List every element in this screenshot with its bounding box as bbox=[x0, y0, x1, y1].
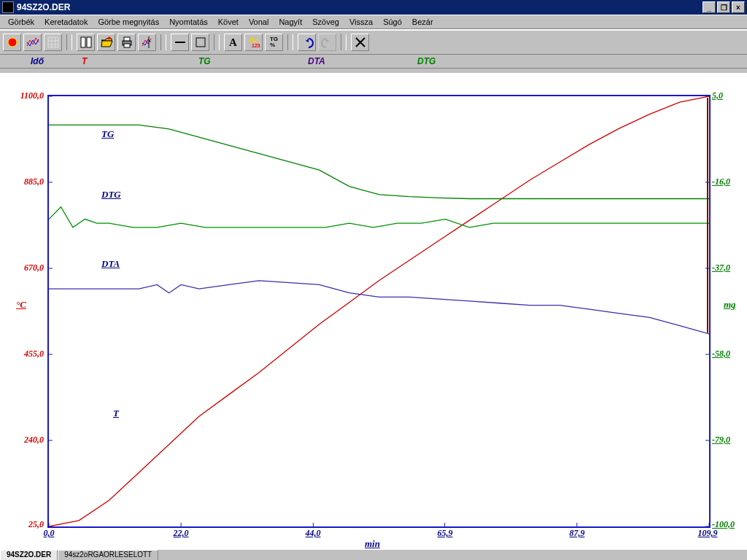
menu-gorbe-megnyitas[interactable]: Görbe megnyitás bbox=[93, 17, 164, 27]
svg-rect-3 bbox=[87, 37, 91, 47]
menu-bezar[interactable]: Bezár bbox=[407, 17, 438, 27]
grid-button[interactable] bbox=[44, 34, 62, 51]
xtick-3: 65,9 bbox=[427, 528, 463, 539]
header-tg: TG bbox=[198, 56, 308, 66]
title-bar: 94SZ2O.DER _ ❐ × bbox=[0, 0, 747, 15]
menu-nagyit[interactable]: Nagyít bbox=[274, 17, 307, 27]
ytick-right-1: -16,0 bbox=[712, 176, 747, 187]
menu-gorbek[interactable]: Görbék bbox=[3, 17, 39, 27]
print-button[interactable] bbox=[117, 34, 136, 51]
line-button[interactable] bbox=[171, 34, 189, 51]
plot-area: TG DTG DTA T 1100,0 885,0 670,0 455,0 24… bbox=[0, 73, 747, 550]
xlabel: min bbox=[365, 538, 380, 550]
open-button[interactable] bbox=[97, 34, 115, 51]
menu-vissza[interactable]: Vissza bbox=[344, 17, 378, 27]
ytick-left-0: 1100,0 bbox=[4, 90, 44, 101]
ylabel-left: °C bbox=[16, 299, 26, 311]
header-ido: Idő bbox=[0, 56, 82, 66]
menu-vonal[interactable]: Vonal bbox=[244, 17, 274, 27]
label-dta: DTA bbox=[101, 258, 120, 270]
ytick-left-3: 455,0 bbox=[4, 349, 44, 359]
menu-sugo[interactable]: Súgó bbox=[378, 17, 407, 27]
menu-keretadatok[interactable]: Keretadatok bbox=[39, 17, 93, 27]
xtick-5: 109,9 bbox=[689, 528, 726, 539]
xtick-2: 44,0 bbox=[295, 528, 331, 539]
header-dtg: DTG bbox=[417, 56, 505, 66]
close-button[interactable]: × bbox=[732, 1, 745, 13]
columns-button[interactable] bbox=[77, 34, 95, 51]
maximize-button[interactable]: ❐ bbox=[717, 1, 730, 13]
menu-kovet[interactable]: Követ bbox=[213, 17, 244, 27]
ylabel-right: mg bbox=[724, 299, 736, 311]
series-header: Idő T TG DTA DTG bbox=[0, 55, 747, 69]
toolbar: A 123 TG% bbox=[0, 30, 747, 55]
header-t: T bbox=[82, 56, 198, 66]
svg-rect-6 bbox=[124, 44, 130, 47]
ytick-left-1: 885,0 bbox=[4, 176, 44, 187]
ytick-right-0: 5,0 bbox=[712, 90, 747, 101]
menu-nyomtatas[interactable]: Nyomtatás bbox=[164, 17, 213, 27]
chart-frame[interactable]: TG DTG DTA T bbox=[47, 95, 711, 528]
ytick-right-4: -79,0 bbox=[712, 435, 747, 446]
record-button[interactable] bbox=[3, 34, 21, 51]
tab-1[interactable]: 94sz2oRGAORLESELOTT bbox=[58, 550, 158, 560]
xtick-0: 0,0 bbox=[31, 528, 67, 539]
xtick-1: 22,0 bbox=[163, 528, 199, 539]
svg-rect-2 bbox=[81, 37, 85, 47]
label-tg: TG bbox=[101, 128, 114, 140]
ytick-left-4: 240,0 bbox=[4, 435, 44, 446]
chart-canvas bbox=[49, 96, 709, 526]
tab-0[interactable]: 94SZ2O.DER bbox=[0, 550, 58, 560]
delete-button[interactable] bbox=[351, 34, 369, 51]
redo-button[interactable] bbox=[318, 34, 336, 51]
ytick-right-2: -37,0 bbox=[712, 262, 747, 273]
svg-rect-9 bbox=[196, 38, 205, 47]
curves-button[interactable] bbox=[23, 34, 42, 51]
undo-button[interactable] bbox=[298, 34, 316, 51]
menu-szoveg[interactable]: Szöveg bbox=[307, 17, 344, 27]
svg-text:123: 123 bbox=[252, 43, 260, 48]
app-icon bbox=[2, 1, 14, 13]
text-button[interactable]: A bbox=[224, 34, 242, 51]
header-dta: DTA bbox=[308, 56, 417, 66]
track-button[interactable] bbox=[138, 34, 156, 51]
xtick-4: 87,9 bbox=[559, 528, 595, 539]
document-tabs: 94SZ2O.DER 94sz2oRGAORLESELOTT bbox=[0, 549, 747, 560]
window-title: 94SZ2O.DER bbox=[17, 2, 70, 12]
label-dtg: DTG bbox=[101, 189, 121, 201]
ytick-left-2: 670,0 bbox=[4, 262, 44, 273]
label-t: T bbox=[113, 408, 119, 419]
minimize-button[interactable]: _ bbox=[703, 1, 716, 13]
tg-percent-button[interactable]: TG% bbox=[265, 34, 283, 51]
annotate-button[interactable]: 123 bbox=[244, 34, 263, 51]
svg-rect-5 bbox=[124, 37, 130, 41]
ytick-right-3: -58,0 bbox=[712, 349, 747, 359]
menu-bar: Görbék Keretadatok Görbe megnyitás Nyomt… bbox=[0, 15, 747, 28]
rect-button[interactable] bbox=[191, 34, 209, 51]
